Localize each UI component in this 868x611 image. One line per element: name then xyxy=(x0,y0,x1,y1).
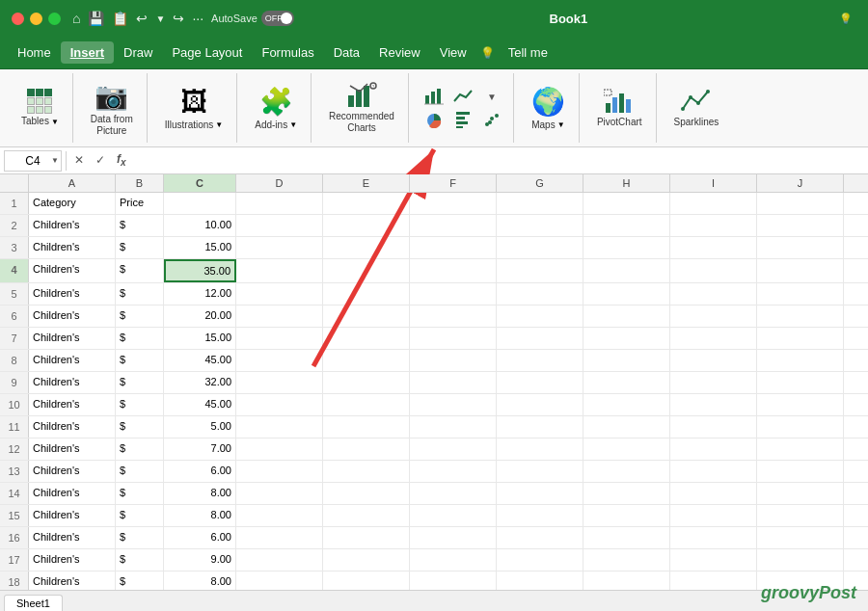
column-headers: A B C D E F G H I J xyxy=(0,174,868,193)
col-header-i[interactable]: I xyxy=(670,174,757,192)
col-header-d[interactable]: D xyxy=(236,174,323,192)
row-num-header xyxy=(0,174,29,192)
col-header-e[interactable]: E xyxy=(323,174,410,192)
col-header-c[interactable]: C xyxy=(164,174,236,192)
watermark-normal: groovy xyxy=(761,583,819,602)
col-header-j[interactable]: J xyxy=(757,174,844,192)
col-header-f[interactable]: F xyxy=(410,174,497,192)
arrow-overlay xyxy=(0,0,868,611)
col-header-b[interactable]: B xyxy=(116,174,164,192)
col-header-h[interactable]: H xyxy=(583,174,670,192)
watermark-accent: Post xyxy=(819,583,856,602)
watermark: groovyPost xyxy=(761,583,856,603)
col-header-g[interactable]: G xyxy=(497,174,583,192)
col-header-a[interactable]: A xyxy=(29,174,116,192)
